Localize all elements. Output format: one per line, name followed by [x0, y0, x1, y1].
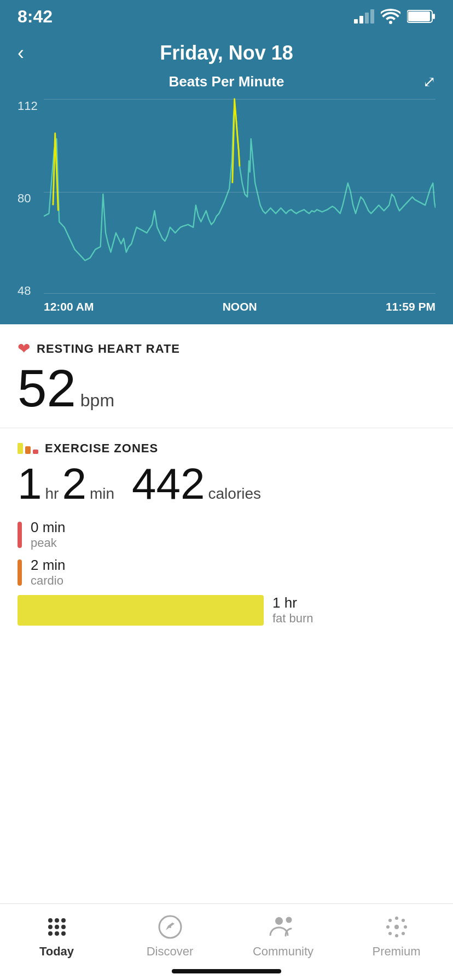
svg-rect-2 — [433, 14, 435, 19]
status-icons — [354, 9, 435, 24]
nav-today[interactable]: Today — [0, 913, 113, 959]
content-section: ❤ RESTING HEART RATE 52 bpm EXERCISE ZON… — [0, 324, 453, 648]
exercise-hours-unit: hr — [45, 485, 59, 503]
exercise-hours: 1 — [18, 462, 42, 506]
svg-point-18 — [395, 917, 398, 920]
home-indicator — [172, 969, 281, 973]
svg-point-9 — [48, 931, 53, 936]
nav-premium-label: Premium — [372, 944, 420, 959]
nav-discover-label: Discover — [147, 944, 194, 959]
chart-x-labels: 12:00 AM NOON 11:59 PM — [44, 300, 435, 313]
cardio-indicator — [18, 559, 22, 586]
ez-header: EXERCISE ZONES — [18, 441, 435, 456]
svg-point-10 — [55, 931, 59, 936]
header: ‹ Friday, Nov 18 — [0, 33, 453, 65]
svg-point-16 — [286, 917, 292, 923]
chart-y-labels: 112 80 48 — [18, 95, 38, 313]
expand-icon[interactable]: ⤢ — [423, 73, 435, 91]
rhr-header: ❤ RESTING HEART RATE — [18, 340, 435, 358]
chart-section: Beats Per Minute ⤢ 112 80 48 — [0, 65, 453, 324]
svg-point-14 — [169, 926, 171, 928]
fatburn-name: fat burn — [272, 611, 313, 626]
exercise-calories: 442 calories — [132, 462, 261, 506]
svg-point-3 — [48, 918, 53, 923]
resting-heart-rate-section: ❤ RESTING HEART RATE 52 bpm — [18, 340, 435, 415]
peak-indicator — [18, 522, 22, 548]
community-icon — [269, 913, 298, 941]
x-label-start: 12:00 AM — [44, 300, 94, 313]
bottom-nav: Today Discover Community — [0, 903, 453, 980]
back-button[interactable]: ‹ — [18, 42, 24, 65]
fatburn-duration: 1 hr — [272, 594, 313, 611]
today-icon — [43, 913, 71, 941]
rhr-unit: bpm — [80, 390, 114, 411]
calories-unit: calories — [208, 485, 261, 503]
y-label-48: 48 — [18, 284, 38, 298]
zone-row-cardio: 2 min cardio — [18, 557, 435, 588]
chart-title: Beats Per Minute — [169, 73, 284, 90]
heart-icon: ❤ — [18, 340, 30, 358]
svg-point-15 — [275, 917, 283, 925]
signal-icon — [354, 9, 374, 24]
svg-point-19 — [402, 919, 405, 922]
y-label-112: 112 — [18, 99, 38, 113]
discover-icon — [156, 913, 184, 941]
zone-row-peak: 0 min peak — [18, 519, 435, 550]
cardio-duration: 2 min — [31, 557, 66, 574]
y-label-80: 80 — [18, 191, 38, 206]
cardio-label: cardio — [31, 574, 66, 588]
svg-point-6 — [48, 925, 53, 929]
exercise-minutes: 2 — [62, 462, 86, 506]
rhr-title: RESTING HEART RATE — [37, 342, 180, 356]
grid-line-mid — [44, 192, 435, 192]
peak-duration: 0 min — [31, 519, 66, 536]
svg-point-7 — [55, 925, 59, 929]
svg-point-5 — [61, 918, 66, 923]
zone-row-fatburn: 1 hr fat burn — [18, 594, 435, 626]
peak-info: 0 min peak — [31, 519, 66, 550]
exercise-zones-icon — [18, 443, 38, 454]
chart-svg — [44, 95, 435, 294]
calories-value: 442 — [132, 462, 205, 506]
ez-title: EXERCISE ZONES — [45, 441, 158, 456]
svg-point-4 — [55, 918, 59, 923]
x-label-end: 11:59 PM — [386, 300, 435, 313]
rhr-value-row: 52 bpm — [18, 362, 435, 415]
grid-line-bottom — [44, 293, 435, 294]
nav-community[interactable]: Community — [226, 913, 340, 959]
exercise-summary: 1 hr 2 min 442 calories — [18, 462, 435, 506]
status-bar: 8:42 — [0, 0, 453, 33]
page-title: Friday, Nov 18 — [160, 42, 293, 65]
svg-point-24 — [402, 932, 405, 935]
svg-point-20 — [386, 925, 390, 929]
svg-point-11 — [61, 931, 66, 936]
peak-label: peak — [31, 536, 66, 550]
nav-community-label: Community — [253, 944, 313, 959]
fatburn-bar — [18, 595, 264, 626]
svg-point-8 — [61, 925, 66, 929]
heart-rate-chart: 112 80 48 12:00 AM NOON 11:59 PM — [18, 95, 435, 313]
chart-label-row: Beats Per Minute ⤢ — [18, 73, 435, 90]
chart-drawing-area — [44, 95, 435, 294]
cardio-info: 2 min cardio — [31, 557, 66, 588]
status-time: 8:42 — [18, 7, 53, 27]
svg-point-22 — [388, 932, 392, 935]
rhr-number: 52 — [18, 362, 76, 415]
exercise-zones-section: EXERCISE ZONES 1 hr 2 min 442 calories 0… — [18, 428, 435, 626]
grid-line-top — [44, 99, 435, 100]
fatburn-label: 1 hr fat burn — [272, 594, 313, 626]
svg-point-17 — [388, 919, 392, 922]
exercise-time: 1 hr 2 min — [18, 462, 114, 506]
nav-discover[interactable]: Discover — [113, 913, 226, 959]
battery-icon — [407, 9, 435, 24]
svg-rect-1 — [408, 11, 430, 21]
exercise-minutes-unit: min — [90, 485, 114, 503]
svg-point-25 — [394, 925, 399, 929]
nav-premium[interactable]: Premium — [340, 913, 453, 959]
svg-point-21 — [404, 925, 407, 929]
nav-today-label: Today — [39, 944, 74, 959]
premium-icon — [382, 913, 411, 941]
x-label-noon: NOON — [223, 300, 257, 313]
svg-point-23 — [395, 934, 398, 937]
wifi-icon — [381, 9, 400, 24]
